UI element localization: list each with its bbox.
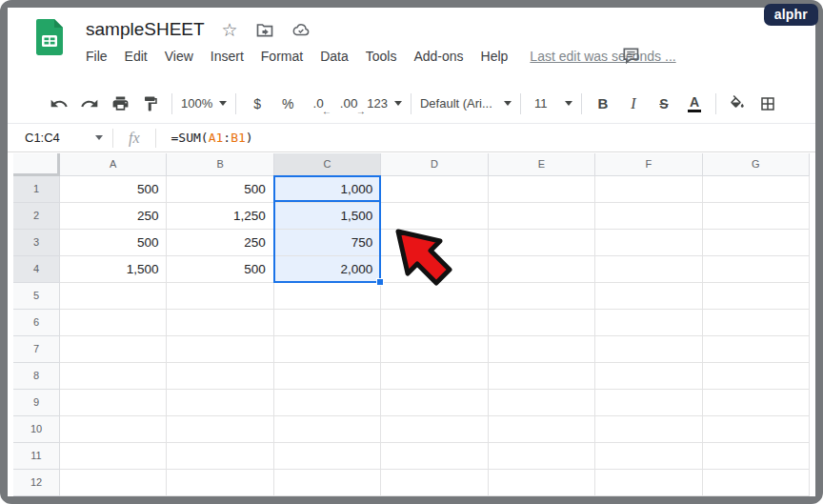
cell-E11[interactable] [489,443,595,470]
column-header-C[interactable]: C [274,153,381,176]
cell-C6[interactable] [274,310,381,336]
cell-G8[interactable] [703,363,810,390]
menu-item-format[interactable]: Format [252,47,311,66]
fill-color-button[interactable] [725,91,750,117]
cell-A5[interactable] [60,283,167,310]
cell-C1[interactable]: 1,000 [274,176,381,203]
menu-item-addons[interactable]: Add-ons [405,47,472,66]
cell-A11[interactable] [60,443,167,470]
formula-input[interactable]: =SUM(A1:B1) [156,131,253,145]
cell-B12[interactable] [167,470,273,496]
row-header-7[interactable]: 7 [13,336,60,363]
cell-A6[interactable] [60,310,167,336]
cell-C4[interactable]: 2,000 [274,256,381,283]
decrease-decimal-button[interactable]: .0← [306,91,331,117]
document-title[interactable]: sampleSHEET [86,19,205,40]
cell-E2[interactable] [489,203,595,230]
font-family-select[interactable]: Default (Ari... [420,91,512,117]
format-percent-button[interactable]: % [275,91,300,117]
cell-F8[interactable] [595,363,702,390]
menu-item-tools[interactable]: Tools [357,47,406,66]
cell-C9[interactable] [274,390,381,416]
row-header-4[interactable]: 4 [13,256,60,283]
column-header-F[interactable]: F [595,153,702,176]
bold-button[interactable]: B [591,91,615,117]
cell-F1[interactable] [595,176,702,203]
cell-E6[interactable] [489,310,595,336]
menu-item-help[interactable]: Help [472,47,517,66]
folder-move-icon[interactable] [255,20,274,39]
cell-D1[interactable] [381,176,488,203]
cell-G4[interactable] [703,256,810,283]
cell-G10[interactable] [703,416,810,443]
cell-E12[interactable] [489,470,595,496]
cell-G5[interactable] [703,283,810,310]
cell-C2[interactable]: 1,500 [274,203,381,230]
cell-F10[interactable] [595,416,702,443]
cloud-saved-icon[interactable] [291,20,311,39]
cell-E9[interactable] [489,390,595,416]
text-color-button[interactable]: A [682,91,707,117]
cell-A8[interactable] [60,363,167,390]
cell-G7[interactable] [703,336,810,363]
cell-D5[interactable] [381,283,488,310]
cell-A7[interactable] [60,336,167,363]
row-header-5[interactable]: 5 [13,283,60,310]
cell-E1[interactable] [489,176,595,203]
cell-C5[interactable] [274,283,381,310]
cell-F7[interactable] [595,336,702,363]
cell-A9[interactable] [60,390,167,416]
last-edit-status[interactable]: Last edit was seconds ... [530,47,675,66]
cell-B6[interactable] [167,310,273,336]
cell-D2[interactable] [381,203,488,230]
cell-G11[interactable] [703,443,810,470]
cell-G9[interactable] [703,390,810,416]
cell-F9[interactable] [595,390,702,416]
cell-F5[interactable] [595,283,702,310]
cell-A4[interactable]: 1,500 [60,256,167,283]
cell-E5[interactable] [489,283,595,310]
paint-format-button[interactable] [138,91,163,117]
cell-A3[interactable]: 500 [60,230,167,256]
menu-item-edit[interactable]: Edit [116,47,156,66]
cell-F3[interactable] [595,230,702,256]
cell-D9[interactable] [381,390,488,416]
cell-A1[interactable]: 500 [60,176,167,203]
row-header-11[interactable]: 11 [13,443,60,470]
print-button[interactable] [108,91,132,117]
format-currency-button[interactable]: $ [245,91,270,117]
cell-E8[interactable] [489,363,595,390]
cell-A10[interactable] [60,416,167,443]
cell-B4[interactable]: 500 [167,256,273,283]
cell-B1[interactable]: 500 [167,176,273,203]
cell-D7[interactable] [381,336,488,363]
cell-E4[interactable] [489,256,595,283]
row-header-8[interactable]: 8 [13,363,60,390]
cell-D11[interactable] [381,443,488,470]
undo-button[interactable] [47,91,71,117]
cell-D8[interactable] [381,363,488,390]
name-box[interactable]: C1:C4 [8,131,112,145]
select-all-corner[interactable] [13,153,60,176]
menu-item-file[interactable]: File [77,47,116,66]
cell-F2[interactable] [595,203,702,230]
row-header-6[interactable]: 6 [13,310,60,336]
cell-A2[interactable]: 250 [60,203,167,230]
cell-G3[interactable] [703,230,810,256]
cell-B5[interactable] [167,283,273,310]
cell-F12[interactable] [595,470,702,496]
row-header-9[interactable]: 9 [13,390,60,416]
cell-C7[interactable] [274,336,381,363]
cell-D12[interactable] [381,470,488,496]
cell-E3[interactable] [489,230,595,256]
cell-D6[interactable] [381,310,488,336]
column-header-E[interactable]: E [489,153,595,176]
cell-G12[interactable] [703,470,810,496]
cell-G1[interactable] [703,176,810,203]
row-header-12[interactable]: 12 [13,470,60,496]
number-format-menu[interactable]: 123 [367,91,402,117]
column-header-D[interactable]: D [381,153,488,176]
cell-G6[interactable] [703,310,810,336]
cell-D3[interactable] [381,230,488,256]
row-header-2[interactable]: 2 [13,203,60,230]
